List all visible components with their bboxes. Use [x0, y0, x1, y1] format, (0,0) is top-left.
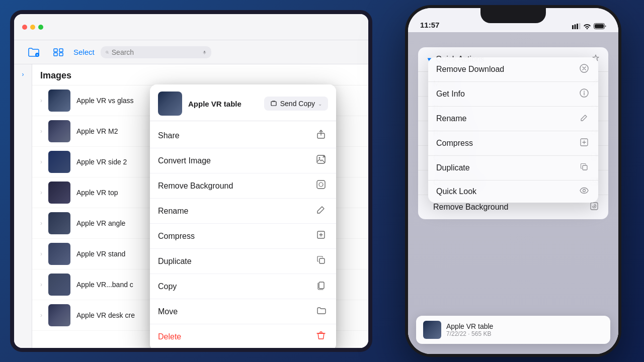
grid-view-icon[interactable]	[49, 46, 67, 58]
svg-rect-3	[59, 49, 63, 52]
iphone-ctx-quick-look[interactable]: Quick Look	[428, 180, 598, 203]
context-menu-header: Apple VR table Send Copy ⌄	[150, 84, 336, 121]
iphone-ctx-label: Get Info	[436, 89, 578, 99]
send-copy-label: Send Copy	[280, 100, 315, 108]
bottom-thumbnail	[423, 321, 441, 339]
svg-point-19	[587, 28, 588, 30]
ipad-container: + Select	[0, 0, 382, 362]
ctx-share[interactable]: Share	[150, 123, 336, 148]
ipad-frame: + Select	[10, 10, 372, 352]
iphone-ctx-label: Compress	[436, 139, 578, 148]
sidebar-arrow[interactable]: ›	[14, 64, 32, 84]
ctx-duplicate[interactable]: Duplicate	[150, 249, 336, 274]
iphone-ctx-label: Duplicate	[436, 163, 578, 172]
svg-rect-11	[317, 180, 325, 189]
ctx-convert-image[interactable]: Convert Image	[150, 148, 336, 173]
file-thumbnail	[48, 243, 70, 265]
iphone-notch	[480, 8, 546, 23]
traffic-lights	[22, 25, 43, 30]
maximize-button[interactable]	[38, 25, 43, 30]
minimize-button[interactable]	[30, 25, 35, 30]
chevron-down-icon: ⌄	[318, 101, 322, 107]
svg-rect-7	[271, 102, 276, 106]
iphone-content: Remove Download Get Info	[408, 32, 618, 354]
duplicate-icon	[314, 255, 328, 267]
files-header: Images	[32, 64, 368, 85]
svg-point-33	[594, 206, 595, 207]
iphone-ctx-remove-download[interactable]: Remove Download	[428, 57, 598, 82]
context-thumb	[158, 92, 182, 116]
qa-label: Remove Background	[433, 203, 588, 212]
chevron-icon: ›	[40, 128, 42, 135]
ctx-label-delete: Delete	[158, 332, 314, 341]
iphone-ctx-duplicate[interactable]: Duplicate	[428, 156, 598, 180]
delete-icon	[314, 330, 328, 343]
file-thumbnail	[48, 151, 70, 173]
chevron-icon: ›	[40, 97, 42, 104]
compress-icon	[578, 138, 590, 149]
svg-rect-16	[575, 25, 576, 30]
ctx-label: Remove Background	[158, 182, 314, 191]
ctx-label: Compress	[158, 232, 314, 241]
iphone-ctx-get-info[interactable]: Get Info	[428, 82, 598, 107]
duplicate-icon	[578, 162, 590, 173]
send-copy-button[interactable]: Send Copy ⌄	[264, 97, 328, 111]
search-input[interactable]	[112, 48, 200, 56]
svg-text:+: +	[36, 53, 38, 57]
svg-rect-18	[579, 23, 581, 29]
remove-download-icon	[578, 64, 590, 75]
select-button[interactable]: Select	[73, 48, 95, 56]
ctx-label: Convert Image	[158, 156, 314, 165]
svg-rect-5	[59, 53, 63, 56]
file-thumbnail	[48, 182, 70, 204]
status-icons	[572, 23, 606, 29]
svg-rect-2	[54, 49, 57, 52]
svg-point-10	[319, 157, 320, 159]
iphone-ctx-label: Rename	[436, 114, 578, 123]
ctx-label: Rename	[158, 207, 314, 216]
ctx-label: Share	[158, 131, 314, 140]
ipad-screen: + Select	[14, 14, 368, 348]
svg-point-24	[584, 91, 585, 92]
chevron-icon: ›	[40, 281, 42, 288]
iphone-ctx-rename[interactable]: Rename	[428, 107, 598, 131]
share-icon	[314, 129, 328, 142]
bottom-info: Apple VR table 7/22/22 · 565 KB	[446, 322, 603, 337]
chevron-icon: ›	[40, 250, 42, 257]
file-thumbnail	[48, 120, 70, 142]
file-thumbnail	[48, 304, 70, 326]
context-title: Apple VR table	[188, 100, 258, 108]
eye-icon	[578, 187, 590, 196]
ctx-label: Duplicate	[158, 257, 314, 266]
iphone-ctx-label: Quick Look	[436, 187, 578, 196]
rename-icon	[314, 205, 328, 217]
compress-icon	[314, 230, 328, 242]
remove-bg-icon	[588, 202, 600, 213]
sidebar: ›	[14, 64, 32, 348]
status-time: 11:57	[420, 21, 439, 29]
ctx-rename[interactable]: Rename	[150, 199, 336, 224]
file-thumbnail	[48, 212, 70, 234]
svg-rect-14	[319, 282, 324, 289]
ipad-toolbar: + Select	[14, 40, 368, 64]
folder-icon[interactable]: +	[24, 46, 43, 59]
iphone-screen: 11:57	[408, 8, 618, 354]
ctx-copy[interactable]: Copy	[150, 274, 336, 299]
svg-rect-21	[595, 24, 604, 28]
info-icon	[578, 88, 590, 100]
ctx-move[interactable]: Move	[150, 299, 336, 324]
iphone-bottom-bar: Apple VR table 7/22/22 · 565 KB	[416, 316, 610, 344]
file-thumbnail	[48, 274, 70, 296]
chevron-icon: ›	[40, 158, 42, 165]
ctx-compress[interactable]: Compress	[150, 224, 336, 249]
bottom-file-name: Apple VR table	[446, 322, 603, 330]
search-bar[interactable]	[101, 46, 211, 58]
ctx-remove-bg[interactable]: Remove Background	[150, 173, 336, 199]
iphone-ctx-compress[interactable]: Compress	[428, 131, 598, 156]
iphone-context-menu: Remove Download Get Info	[418, 42, 608, 219]
iphone-frame: 11:57	[405, 5, 621, 357]
close-button[interactable]	[22, 25, 27, 30]
convert-image-icon	[314, 154, 328, 167]
ctx-label: Move	[158, 307, 314, 316]
ctx-delete[interactable]: Delete	[150, 324, 336, 348]
